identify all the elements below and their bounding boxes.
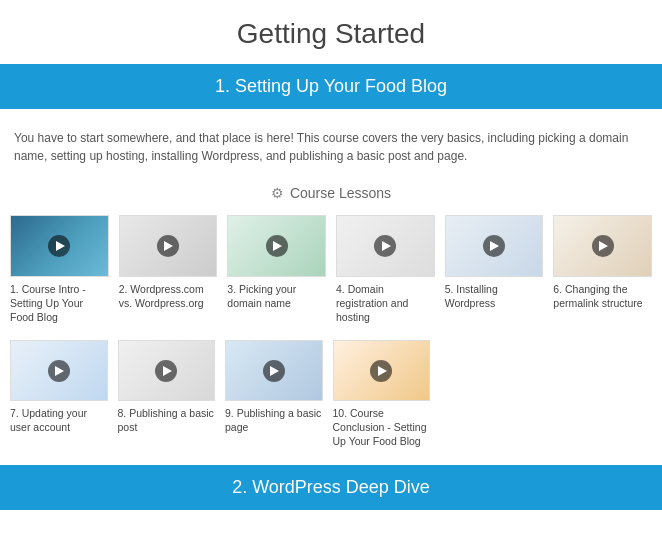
lesson-label-8: 8. Publishing a basic post bbox=[118, 406, 216, 434]
lesson-item-10[interactable]: 10. Course Conclusion - Setting Up Your … bbox=[333, 340, 431, 448]
play-button[interactable] bbox=[48, 360, 70, 382]
play-button[interactable] bbox=[155, 360, 177, 382]
lesson-thumbnail-10[interactable] bbox=[333, 340, 431, 401]
play-button[interactable] bbox=[48, 235, 70, 257]
play-button[interactable] bbox=[263, 360, 285, 382]
lesson-thumbnail-2[interactable] bbox=[119, 215, 218, 277]
play-icon bbox=[163, 366, 172, 376]
lesson-label-9: 9. Publishing a basic page bbox=[225, 406, 323, 434]
settings-icon: ⚙ bbox=[271, 185, 284, 201]
lesson-thumbnail-8[interactable] bbox=[118, 340, 216, 401]
page-title: Getting Started bbox=[0, 0, 662, 64]
play-icon bbox=[164, 241, 173, 251]
play-icon bbox=[273, 241, 282, 251]
play-button[interactable] bbox=[370, 360, 392, 382]
lesson-item-5[interactable]: 5. Installing Wordpress bbox=[445, 215, 544, 324]
play-icon bbox=[270, 366, 279, 376]
play-icon bbox=[378, 366, 387, 376]
lesson-item-2[interactable]: 2. Wordpress.com vs. Wordpress.org bbox=[119, 215, 218, 324]
lesson-label-1: 1. Course Intro - Setting Up Your Food B… bbox=[10, 282, 109, 325]
play-button[interactable] bbox=[266, 235, 288, 257]
section-1: 1. Setting Up Your Food BlogYou have to … bbox=[0, 64, 662, 465]
section-description-1: You have to start somewhere, and that pl… bbox=[0, 121, 662, 175]
lesson-label-6: 6. Changing the permalink structure bbox=[553, 282, 652, 310]
section-header-2: 2. WordPress Deep Dive bbox=[0, 465, 662, 510]
lessons-row-2: 7. Updating your user account8. Publishi… bbox=[0, 340, 440, 464]
lesson-thumbnail-9[interactable] bbox=[225, 340, 323, 401]
lesson-item-9[interactable]: 9. Publishing a basic page bbox=[225, 340, 323, 448]
section-header-1: 1. Setting Up Your Food Blog bbox=[0, 64, 662, 109]
lesson-label-7: 7. Updating your user account bbox=[10, 406, 108, 434]
section-2: 2. WordPress Deep DiveAs a food blogger,… bbox=[0, 465, 662, 533]
play-icon bbox=[55, 366, 64, 376]
lesson-label-2: 2. Wordpress.com vs. Wordpress.org bbox=[119, 282, 218, 310]
lessons-row-1: 1. Course Intro - Setting Up Your Food B… bbox=[0, 215, 662, 340]
lesson-item-1[interactable]: 1. Course Intro - Setting Up Your Food B… bbox=[10, 215, 109, 324]
play-button[interactable] bbox=[483, 235, 505, 257]
play-icon bbox=[56, 241, 65, 251]
course-lessons-heading: ⚙Course Lessons bbox=[0, 185, 662, 201]
lesson-thumbnail-1[interactable] bbox=[10, 215, 109, 277]
section-description-2: As a food blogger, you're going to be sp… bbox=[0, 522, 662, 533]
lesson-thumbnail-4[interactable] bbox=[336, 215, 435, 277]
lesson-label-3: 3. Picking your domain name bbox=[227, 282, 326, 310]
lesson-label-10: 10. Course Conclusion - Setting Up Your … bbox=[333, 406, 431, 449]
lesson-thumbnail-6[interactable] bbox=[553, 215, 652, 277]
lesson-item-3[interactable]: 3. Picking your domain name bbox=[227, 215, 326, 324]
lesson-thumbnail-3[interactable] bbox=[227, 215, 326, 277]
lesson-thumbnail-5[interactable] bbox=[445, 215, 544, 277]
play-icon bbox=[599, 241, 608, 251]
lesson-item-6[interactable]: 6. Changing the permalink structure bbox=[553, 215, 652, 324]
lesson-item-7[interactable]: 7. Updating your user account bbox=[10, 340, 108, 448]
lesson-label-4: 4. Domain registration and hosting bbox=[336, 282, 435, 325]
play-button[interactable] bbox=[592, 235, 614, 257]
lesson-item-4[interactable]: 4. Domain registration and hosting bbox=[336, 215, 435, 324]
play-icon bbox=[490, 241, 499, 251]
lesson-label-5: 5. Installing Wordpress bbox=[445, 282, 544, 310]
play-icon bbox=[382, 241, 391, 251]
lesson-item-8[interactable]: 8. Publishing a basic post bbox=[118, 340, 216, 448]
play-button[interactable] bbox=[374, 235, 396, 257]
course-lessons-label: Course Lessons bbox=[290, 185, 391, 201]
play-button[interactable] bbox=[157, 235, 179, 257]
lesson-thumbnail-7[interactable] bbox=[10, 340, 108, 401]
